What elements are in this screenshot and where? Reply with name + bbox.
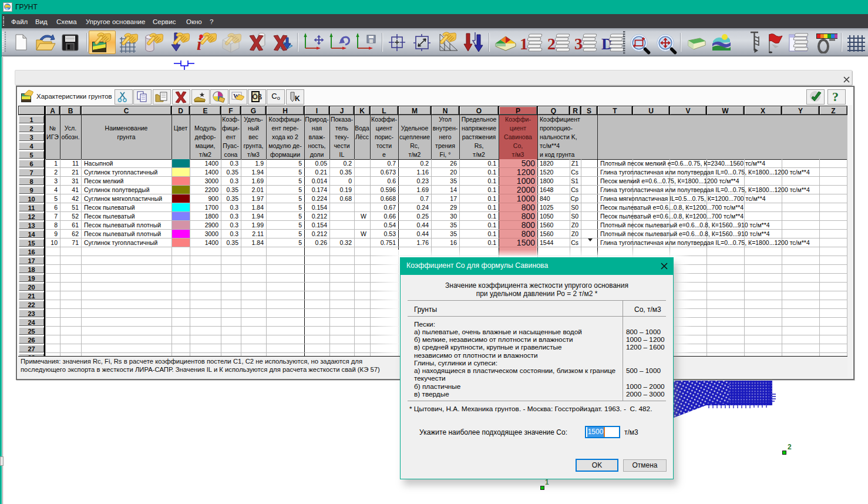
svg-text:?: ? (832, 90, 839, 104)
svg-text:K: K (295, 95, 300, 103)
svg-text:1: 1 (520, 35, 528, 53)
svg-text:3: 3 (574, 35, 583, 53)
svg-text:Öß: Öß (253, 92, 263, 101)
svg-text:2: 2 (547, 35, 556, 53)
